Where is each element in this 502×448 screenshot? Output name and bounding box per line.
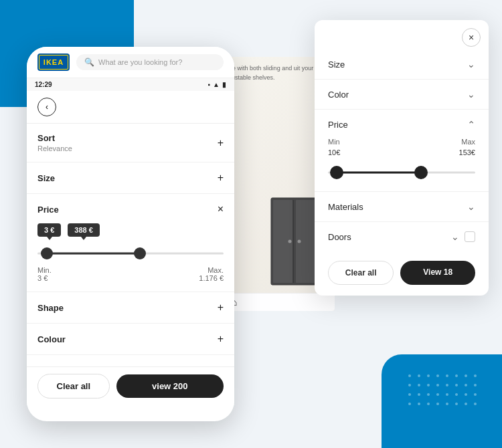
range-thumb-min[interactable] <box>41 247 53 259</box>
chevron-down-icon: ⌄ <box>467 89 475 100</box>
dot <box>455 403 458 405</box>
min-label: Min <box>328 138 340 146</box>
dot <box>455 384 458 386</box>
doors-checkbox[interactable] <box>465 231 475 242</box>
dot <box>474 374 477 377</box>
dots-decoration <box>408 374 489 428</box>
desktop-range-fill <box>337 172 420 174</box>
price-label: Price <box>37 205 59 215</box>
desktop-doors-label: Doors <box>328 232 351 242</box>
status-icons: ▪ ▲ ▮ <box>208 81 226 88</box>
dot <box>418 403 420 405</box>
battery-icon: ▮ <box>222 81 226 88</box>
desktop-doors-filter[interactable]: Doors ⌄ <box>315 222 489 251</box>
wardrobe-product-image <box>268 195 321 291</box>
mobile-phone-frame: IKEA 🔍 What are you looking for? 12:29 ▪… <box>27 47 234 421</box>
desktop-thumb-max[interactable] <box>414 166 428 179</box>
dot <box>418 384 420 386</box>
chevron-down-icon: ⌄ <box>467 59 475 70</box>
dot <box>446 384 448 386</box>
min-value: 10€ <box>328 148 340 156</box>
price-range-slider[interactable] <box>37 243 224 263</box>
max-label: Max <box>461 138 475 146</box>
mobile-view-button[interactable]: view 200 <box>116 374 224 398</box>
svg-point-5 <box>298 240 301 243</box>
dot <box>455 374 458 377</box>
bg-bottom-decoration <box>382 354 502 448</box>
desktop-materials-filter[interactable]: Materials ⌄ <box>315 192 489 222</box>
desktop-clear-all-button[interactable]: Clear all <box>328 261 394 285</box>
search-icon: 🔍 <box>84 58 94 67</box>
chevron-down-icon: ⌄ <box>467 201 475 212</box>
desktop-view-button[interactable]: View 18 <box>400 261 475 285</box>
range-fill <box>47 253 140 255</box>
dots-grid <box>408 374 489 409</box>
close-price-icon[interactable]: × <box>218 203 224 215</box>
desktop-filter-modal: × Size ⌄ Color ⌄ Price ⌄ Min Max 10€ 153… <box>315 20 489 296</box>
desktop-price-section: Price ⌄ Min Max 10€ 153€ <box>315 110 489 192</box>
plus-icon: + <box>218 333 224 345</box>
shape-filter-row[interactable]: Shape + <box>27 292 234 324</box>
dot <box>408 403 411 405</box>
dot <box>427 403 430 405</box>
plus-icon: + <box>218 137 224 149</box>
wardrobe-svg <box>268 195 321 288</box>
shape-label: Shape <box>37 303 64 313</box>
desktop-color-label: Color <box>328 90 349 100</box>
dot <box>436 393 439 396</box>
back-button[interactable]: ‹ <box>37 98 56 116</box>
desktop-materials-label: Materials <box>328 202 363 212</box>
size-filter-row[interactable]: Size + <box>27 162 234 194</box>
dot <box>427 384 430 386</box>
signal-icon: ▪ <box>208 81 211 88</box>
ikea-logo-border <box>39 55 68 70</box>
range-track <box>37 253 224 255</box>
desktop-size-label: Size <box>328 60 345 70</box>
price-max-label: Max.1.176 € <box>199 266 224 282</box>
dot <box>446 403 448 405</box>
desktop-thumb-min[interactable] <box>330 166 343 179</box>
sort-filter-row[interactable]: Sort Relevance + <box>27 124 234 162</box>
mobile-bottom-bar: Clear all view 200 <box>27 366 234 405</box>
desktop-filter-actions: Clear all View 18 <box>315 251 489 285</box>
dot <box>446 393 448 396</box>
dot <box>418 374 420 377</box>
dot <box>446 374 448 377</box>
status-time: 12:29 <box>35 81 52 88</box>
price-header: Price × <box>37 203 224 215</box>
desktop-price-header: Price ⌄ <box>328 119 475 130</box>
desktop-price-slider[interactable] <box>328 163 475 182</box>
max-value: 153€ <box>459 148 475 156</box>
ikea-header: IKEA 🔍 What are you looking for? <box>27 47 234 78</box>
chevron-up-icon: ⌄ <box>467 119 475 130</box>
price-bubbles: 3 € 388 € <box>37 223 224 237</box>
mobile-clear-all-button[interactable]: Clear all <box>37 374 110 399</box>
doors-right: ⌄ <box>451 231 475 242</box>
desktop-color-filter[interactable]: Color ⌄ <box>315 80 489 110</box>
price-min-label: Min.3 € <box>37 266 52 282</box>
dot <box>408 374 411 377</box>
sort-sub: Relevance <box>37 144 72 152</box>
dot <box>408 393 411 396</box>
dot <box>474 393 477 396</box>
status-bar: 12:29 ▪ ▲ ▮ <box>27 78 234 91</box>
svg-point-4 <box>288 240 292 243</box>
colour-label: Colour <box>37 334 66 344</box>
dot <box>474 384 477 386</box>
desktop-size-filter[interactable]: Size ⌄ <box>315 49 489 80</box>
dot <box>436 384 439 386</box>
desktop-filter-header: × <box>315 20 489 49</box>
dot <box>465 393 467 396</box>
search-bar[interactable]: 🔍 What are you looking for? <box>76 54 224 70</box>
colour-filter-row[interactable]: Colour + <box>27 324 234 355</box>
sort-label: Sort <box>37 133 72 143</box>
size-label: Size <box>37 173 55 183</box>
minmax-labels: Min Max <box>328 138 475 146</box>
dot <box>427 374 430 377</box>
search-placeholder-text: What are you looking for? <box>98 58 182 66</box>
dot <box>465 403 467 405</box>
desktop-close-button[interactable]: × <box>462 28 481 47</box>
dot <box>427 393 430 396</box>
wifi-icon: ▲ <box>213 81 220 88</box>
range-thumb-max[interactable] <box>134 247 146 259</box>
